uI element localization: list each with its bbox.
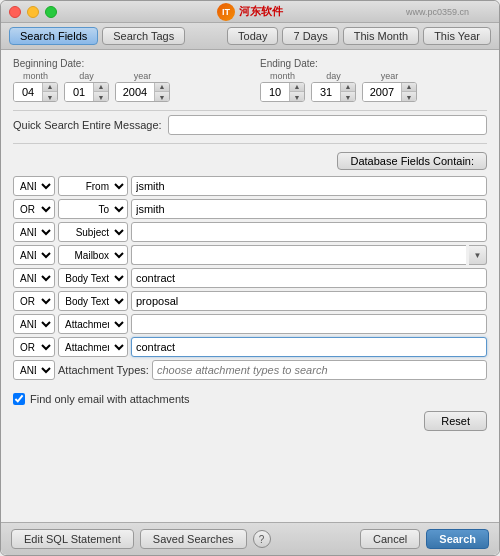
logic-select[interactable]: ANDOR <box>13 337 55 357</box>
logic-select[interactable]: ANDOR <box>13 291 55 311</box>
search-tags-button[interactable]: Search Tags <box>102 27 185 45</box>
main-window: IT 河东软件 www.pc0359.cn Search Fields Sear… <box>0 0 500 556</box>
search-button[interactable]: Search <box>426 529 489 549</box>
field-select[interactable]: Attachment Contents <box>58 337 128 357</box>
search-fields-button[interactable]: Search Fields <box>9 27 98 45</box>
maximize-button[interactable] <box>45 6 57 18</box>
field-select[interactable]: Body Text <box>58 268 128 288</box>
logo-text: 河东软件 <box>239 4 283 19</box>
search-field-input[interactable] <box>131 222 487 242</box>
begin-year-up[interactable]: ▲ <box>155 82 169 92</box>
begin-day-label: day <box>79 71 94 81</box>
watermark-text: www.pc0359.cn <box>406 7 469 17</box>
field-select[interactable]: Mailbox <box>58 245 128 265</box>
end-month-up[interactable]: ▲ <box>290 82 304 92</box>
begin-month-stepper: ▲ ▼ <box>13 82 58 102</box>
field-select[interactable]: From <box>58 176 128 196</box>
search-field-input[interactable] <box>131 314 487 334</box>
logic-select[interactable]: ANDOR <box>13 268 55 288</box>
begin-month-label: month <box>23 71 48 81</box>
end-month-input[interactable] <box>261 83 289 101</box>
content-area: Beginning Date: month ▲ ▼ day <box>1 50 499 522</box>
reset-button[interactable]: Reset <box>424 411 487 431</box>
field-select[interactable]: To <box>58 199 128 219</box>
end-year-stepper: ▲ ▼ <box>362 82 417 102</box>
db-fields-button[interactable]: Database Fields Contain: <box>337 152 487 170</box>
attachments-checkbox[interactable] <box>13 393 25 405</box>
end-year-up[interactable]: ▲ <box>402 82 416 92</box>
field-select[interactable]: Body Text <box>58 291 128 311</box>
search-field-input[interactable] <box>131 245 466 265</box>
window-controls <box>9 6 57 18</box>
minimize-button[interactable] <box>27 6 39 18</box>
search-field-input[interactable] <box>131 337 487 357</box>
logic-select[interactable]: ANDOR <box>13 199 55 219</box>
end-year-input[interactable] <box>363 83 401 101</box>
dropdown-arrow-icon[interactable]: ▼ <box>469 245 487 265</box>
edit-sql-button[interactable]: Edit SQL Statement <box>11 529 134 549</box>
attachment-types-row: AND Attachment Types: <box>13 360 487 380</box>
beginning-date-fields: month ▲ ▼ day <box>13 71 240 102</box>
beginning-date-group: Beginning Date: month ▲ ▼ day <box>13 58 240 102</box>
end-month-stepper: ▲ ▼ <box>260 82 305 102</box>
ending-date-fields: month ▲ ▼ day <box>260 71 487 102</box>
begin-month-wrap: month ▲ ▼ <box>13 71 58 102</box>
begin-month-input[interactable] <box>14 83 42 101</box>
begin-month-up[interactable]: ▲ <box>43 82 57 92</box>
logic-select[interactable]: ANDOR <box>13 314 55 334</box>
this-year-button[interactable]: This Year <box>423 27 491 45</box>
end-day-down[interactable]: ▼ <box>341 92 355 102</box>
reset-row: Reset <box>13 411 487 431</box>
search-row: ANDORSubject <box>13 222 487 242</box>
search-field-input[interactable] <box>131 268 487 288</box>
help-button[interactable]: ? <box>253 530 271 548</box>
footer: Edit SQL Statement Saved Searches ? Canc… <box>1 522 499 555</box>
end-year-wrap: year ▲ ▼ <box>362 71 417 102</box>
begin-month-down[interactable]: ▼ <box>43 92 57 102</box>
begin-day-down[interactable]: ▼ <box>94 92 108 102</box>
attachment-types-label: Attachment Types: <box>58 364 149 376</box>
today-button[interactable]: Today <box>227 27 278 45</box>
attachments-checkbox-label: Find only email with attachments <box>30 393 190 405</box>
begin-day-stepper: ▲ ▼ <box>64 82 109 102</box>
end-day-input[interactable] <box>312 83 340 101</box>
end-month-down[interactable]: ▼ <box>290 92 304 102</box>
end-day-up[interactable]: ▲ <box>341 82 355 92</box>
end-day-wrap: day ▲ ▼ <box>311 71 356 102</box>
begin-year-input[interactable] <box>116 83 154 101</box>
attachments-checkbox-row: Find only email with attachments <box>13 393 487 405</box>
field-select[interactable]: Subject <box>58 222 128 242</box>
search-row: ANDORAttachment Contents <box>13 337 487 357</box>
end-day-stepper: ▲ ▼ <box>311 82 356 102</box>
end-year-label: year <box>381 71 399 81</box>
begin-day-input[interactable] <box>65 83 93 101</box>
saved-searches-button[interactable]: Saved Searches <box>140 529 247 549</box>
begin-year-wrap: year ▲ ▼ <box>115 71 170 102</box>
seven-days-button[interactable]: 7 Days <box>282 27 338 45</box>
quick-search-input[interactable] <box>168 115 487 135</box>
cancel-button[interactable]: Cancel <box>360 529 420 549</box>
quick-search-label: Quick Search Entire Message: <box>13 119 162 131</box>
attachment-types-input[interactable] <box>152 360 487 380</box>
begin-day-up[interactable]: ▲ <box>94 82 108 92</box>
attachment-types-logic-select[interactable]: AND <box>13 360 55 380</box>
close-button[interactable] <box>9 6 21 18</box>
end-day-arrows: ▲ ▼ <box>340 82 355 102</box>
begin-year-down[interactable]: ▼ <box>155 92 169 102</box>
logic-select[interactable]: ANDOR <box>13 176 55 196</box>
search-field-input[interactable] <box>131 291 487 311</box>
field-select[interactable]: Attachment Name <box>58 314 128 334</box>
begin-day-wrap: day ▲ ▼ <box>64 71 109 102</box>
this-month-button[interactable]: This Month <box>343 27 419 45</box>
ending-date-group: Ending Date: month ▲ ▼ day <box>260 58 487 102</box>
logic-select[interactable]: ANDOR <box>13 245 55 265</box>
search-row: ANDORBody Text <box>13 291 487 311</box>
date-section: Beginning Date: month ▲ ▼ day <box>13 58 487 102</box>
beginning-date-label: Beginning Date: <box>13 58 240 69</box>
titlebar: IT 河东软件 www.pc0359.cn <box>1 1 499 23</box>
logic-select[interactable]: ANDOR <box>13 222 55 242</box>
search-rows-container: ANDORFromANDORToANDORSubjectANDORMailbox… <box>13 176 487 357</box>
search-field-input[interactable] <box>131 176 487 196</box>
end-year-down[interactable]: ▼ <box>402 92 416 102</box>
search-field-input[interactable] <box>131 199 487 219</box>
